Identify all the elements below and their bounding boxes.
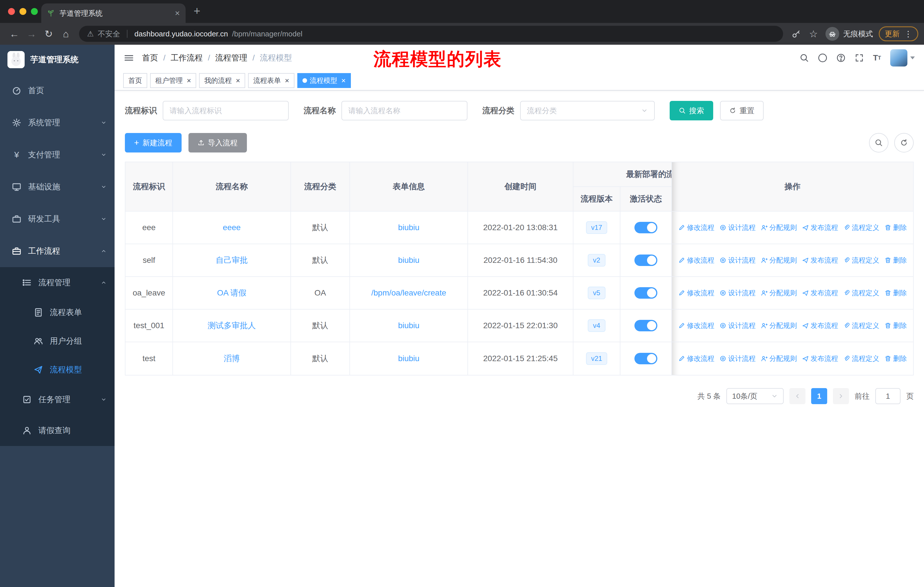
assign-rule-link[interactable]: 分配规则 [761,223,797,232]
form-info-link[interactable]: biubiu [398,354,420,363]
tag-close-icon[interactable]: × [342,77,346,84]
delete-process-link[interactable]: 删除 [884,354,907,363]
user-menu[interactable] [890,49,915,66]
github-icon[interactable] [818,53,827,63]
process-definition-link[interactable]: 流程定义 [843,321,879,330]
toggle-search-button[interactable] [869,133,888,152]
browser-tab[interactable]: 芋道管理系统 × [41,3,186,23]
sidebar-item-workflow[interactable]: 工作流程 [0,235,115,267]
help-icon[interactable] [837,53,845,63]
version-badge[interactable]: v17 [586,221,607,234]
design-process-link[interactable]: 设计流程 [719,354,756,363]
form-info-link[interactable]: biubiu [398,321,420,330]
tag-process-model[interactable]: 流程模型 × [297,73,351,88]
key-icon[interactable] [788,25,805,42]
import-process-button[interactable]: 导入流程 [188,133,247,152]
tag-close-icon[interactable]: × [187,77,191,84]
design-process-link[interactable]: 设计流程 [719,256,756,265]
design-process-link[interactable]: 设计流程 [719,321,756,330]
fullscreen-icon[interactable] [855,53,864,63]
breadcrumb-item[interactable]: 工作流程 [171,53,203,63]
next-page-button[interactable] [833,388,849,404]
reset-button[interactable]: 重置 [720,101,764,121]
back-button[interactable]: ← [6,25,23,42]
process-name-link[interactable]: OA 请假 [217,288,247,298]
forward-button[interactable]: → [23,25,40,42]
sidebar-item-process-model[interactable]: 流程模型 [0,356,115,384]
edit-process-link[interactable]: 修改流程 [678,354,714,363]
design-process-link[interactable]: 设计流程 [719,288,756,298]
publish-process-link[interactable]: 发布流程 [802,321,838,330]
design-process-link[interactable]: 设计流程 [719,223,756,232]
process-definition-link[interactable]: 流程定义 [843,354,879,363]
delete-process-link[interactable]: 删除 [884,256,907,265]
security-warning-icon[interactable]: ⚠ [87,30,94,38]
zoom-button[interactable] [31,8,38,15]
process-name-link[interactable]: 自己审批 [216,255,248,266]
page-size-select[interactable]: 10条/页 [726,388,784,404]
assign-rule-link[interactable]: 分配规则 [761,354,797,363]
home-button[interactable]: ⌂ [57,25,74,42]
breadcrumb-item[interactable]: 流程管理 [215,53,248,63]
browser-update-menu-button[interactable]: 更新 ⋮ [879,26,918,41]
edit-process-link[interactable]: 修改流程 [678,321,714,330]
active-toggle[interactable] [634,255,657,266]
sidebar-logo[interactable]: 芋道管理系统 [0,45,115,74]
edit-process-link[interactable]: 修改流程 [678,223,714,232]
process-name-link[interactable]: 测试多审批人 [208,320,256,331]
font-size-icon[interactable]: TT [873,53,881,63]
process-name-link[interactable]: 滔博 [224,353,240,364]
form-info-link[interactable]: /bpm/oa/leave/create [371,288,446,298]
sidebar-item-leave-query[interactable]: 请假查询 [0,415,115,446]
sidebar-item-devtools[interactable]: 研发工具 [0,203,115,235]
process-name-input[interactable] [342,101,467,121]
breadcrumb-item[interactable]: 首页 [142,53,158,63]
category-select[interactable]: 流程分类 [520,101,655,121]
search-button[interactable]: 搜索 [670,101,713,121]
delete-process-link[interactable]: 删除 [884,223,907,232]
assign-rule-link[interactable]: 分配规则 [761,256,797,265]
sidebar-item-home[interactable]: 首页 [0,74,115,107]
new-tab-button[interactable]: + [194,5,200,17]
edit-process-link[interactable]: 修改流程 [678,288,714,298]
assign-rule-link[interactable]: 分配规则 [761,321,797,330]
version-badge[interactable]: v2 [588,254,605,266]
sidebar-toggle-icon[interactable] [124,53,134,63]
version-badge[interactable]: v4 [588,319,605,332]
assign-rule-link[interactable]: 分配规则 [761,288,797,298]
form-info-link[interactable]: biubiu [398,223,420,232]
current-page[interactable]: 1 [811,388,827,404]
delete-process-link[interactable]: 删除 [884,288,907,298]
form-info-link[interactable]: biubiu [398,256,420,265]
sidebar-item-process-form[interactable]: 流程表单 [0,298,115,327]
sidebar-item-task-management[interactable]: 任务管理 [0,384,115,415]
active-toggle[interactable] [634,287,657,299]
address-bar[interactable]: ⚠ 不安全 dashboard.yudao.iocoder.cn /bpm/ma… [79,26,783,42]
publish-process-link[interactable]: 发布流程 [802,256,838,265]
search-icon[interactable] [800,53,809,63]
prev-page-button[interactable] [789,388,805,404]
reload-button[interactable]: ↻ [40,25,57,42]
sidebar-item-payment[interactable]: ¥ 支付管理 [0,139,115,171]
edit-process-link[interactable]: 修改流程 [678,256,714,265]
minimize-button[interactable] [20,8,26,15]
tab-close-icon[interactable]: × [175,9,180,18]
goto-page-input[interactable] [875,388,901,404]
create-process-button[interactable]: + 新建流程 [125,133,182,152]
sidebar-item-infrastructure[interactable]: 基础设施 [0,171,115,203]
tag-process-form[interactable]: 流程表单 × [248,73,294,88]
refresh-table-button[interactable] [894,133,914,152]
active-toggle[interactable] [634,222,657,233]
active-toggle[interactable] [634,353,657,364]
process-definition-link[interactable]: 流程定义 [843,288,879,298]
process-id-input[interactable] [163,101,289,121]
delete-process-link[interactable]: 删除 [884,321,907,330]
publish-process-link[interactable]: 发布流程 [802,223,838,232]
publish-process-link[interactable]: 发布流程 [802,354,838,363]
version-badge[interactable]: v21 [586,352,607,365]
publish-process-link[interactable]: 发布流程 [802,288,838,298]
sidebar-item-process-management[interactable]: 流程管理 [0,267,115,298]
tag-my-process[interactable]: 我的流程 × [199,73,245,88]
tag-close-icon[interactable]: × [285,77,289,84]
tag-tenant-management[interactable]: 租户管理 × [150,73,196,88]
